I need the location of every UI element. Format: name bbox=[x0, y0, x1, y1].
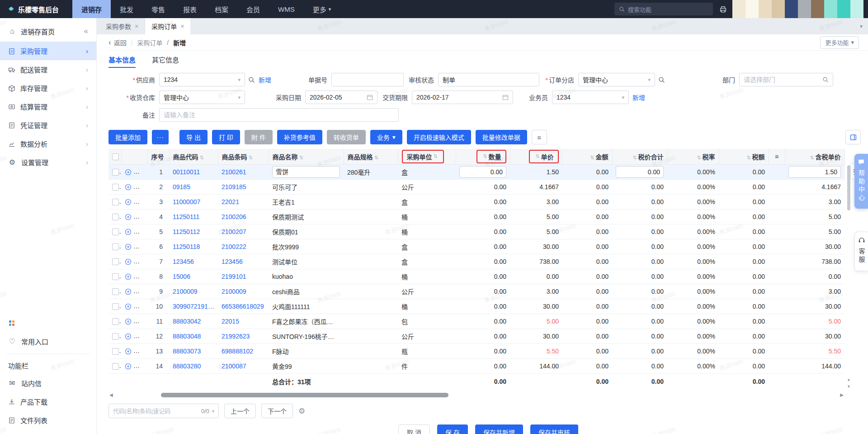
column-panel-button[interactable] bbox=[845, 130, 861, 144]
cell-unit[interactable]: 公斤 bbox=[398, 179, 456, 194]
cell-tax-total[interactable]: 0.00 bbox=[612, 269, 667, 284]
scroll-right-icon[interactable]: ▶ bbox=[840, 392, 844, 398]
sort-icon[interactable]: ⇅ bbox=[697, 155, 701, 160]
topmenu-item-baobiao[interactable]: 报表 bbox=[174, 0, 206, 18]
col-tax-rate[interactable]: ⇅税率 bbox=[667, 149, 719, 164]
sidebar-item-favorites[interactable]: ♡ 常用入口 bbox=[0, 332, 96, 351]
cell-tax-total[interactable]: 0.00 bbox=[612, 179, 667, 194]
customer-service-button[interactable]: 客服 bbox=[854, 232, 868, 271]
cell-price-with-tax[interactable]: 30.00 bbox=[785, 239, 844, 254]
sort-icon[interactable]: ⇅ bbox=[374, 155, 378, 160]
cell-price[interactable]: 5.00 bbox=[510, 209, 562, 224]
row-checkbox[interactable] bbox=[112, 303, 119, 310]
sidebar-item-app-market[interactable] bbox=[0, 314, 96, 332]
delete-row-icon[interactable] bbox=[137, 318, 144, 325]
cell-barcode[interactable]: 22021 bbox=[218, 194, 269, 209]
delete-row-icon[interactable] bbox=[137, 333, 144, 340]
add-row-icon[interactable] bbox=[125, 229, 132, 235]
cell-unit[interactable]: 桶 bbox=[398, 299, 456, 314]
cell-barcode[interactable]: 665386618029 bbox=[218, 299, 269, 314]
cell-price[interactable]: 0.00 bbox=[510, 269, 562, 284]
cell-product-name[interactable]: 黄金99 bbox=[269, 358, 344, 373]
table-row[interactable]: 9 2100009 2100009 ceshi商品 公斤 0.00 3.00 0… bbox=[108, 284, 844, 299]
cell-barcode[interactable]: 2100207 bbox=[218, 224, 269, 239]
col-unit[interactable]: 采购单位⇅ bbox=[398, 149, 456, 164]
help-center-button[interactable]: 帮助中心 bbox=[854, 154, 868, 209]
delete-row-icon[interactable] bbox=[137, 169, 144, 176]
cancel-button[interactable]: 取 消 bbox=[398, 424, 430, 434]
delete-row-icon[interactable] bbox=[137, 288, 144, 295]
cell-qty[interactable]: 0.00 bbox=[456, 239, 510, 254]
delete-row-icon[interactable] bbox=[137, 199, 144, 205]
sidebar-item-purchase[interactable]: 采购管理 › bbox=[0, 42, 96, 60]
cell-product-name[interactable]: 雪饼 bbox=[269, 164, 344, 179]
sidebar-item-analytics[interactable]: 数据分析 › bbox=[0, 134, 96, 153]
cell-product-name[interactable]: 批次9999 bbox=[269, 239, 344, 254]
sidebar-item-downloads[interactable]: 产品下载 bbox=[0, 392, 96, 411]
supplier-search-icon[interactable] bbox=[248, 76, 255, 83]
sort-icon[interactable]: ⇅ bbox=[249, 155, 253, 160]
cell-price-with-tax[interactable]: 1.50 bbox=[785, 164, 844, 179]
cell-barcode[interactable]: 698888102 bbox=[218, 343, 269, 358]
add-row-icon[interactable] bbox=[125, 243, 132, 250]
tabbar-chevron-down-icon[interactable]: ▾ bbox=[860, 23, 863, 29]
cell-qty[interactable]: 0.00 bbox=[456, 254, 510, 269]
col-tax-total[interactable]: ⇅税价合计 bbox=[612, 149, 667, 164]
cell-tax-total[interactable]: 0.00 bbox=[612, 343, 667, 358]
sort-icon[interactable]: ⇅ bbox=[483, 153, 487, 159]
delete-row-icon[interactable] bbox=[137, 348, 144, 355]
sidebar-item-delivery[interactable]: 配送管理 › bbox=[0, 60, 96, 79]
table-row[interactable]: 8 15006 2199101 kuohao 桶 0.00 0.00 0.00 … bbox=[108, 269, 844, 284]
cell-unit[interactable]: 瓶 bbox=[398, 343, 456, 358]
theme-swatch[interactable] bbox=[850, 0, 863, 18]
tab-other-info[interactable]: 其它信息 bbox=[152, 51, 179, 68]
back-button[interactable]: ‹ 返回 bbox=[108, 38, 127, 47]
add-row-icon[interactable] bbox=[125, 258, 132, 265]
department-search-icon[interactable] bbox=[822, 76, 829, 83]
sort-icon[interactable]: ⇅ bbox=[535, 153, 539, 159]
cell-price[interactable]: 5.00 bbox=[510, 224, 562, 239]
row-checkbox[interactable] bbox=[112, 348, 119, 355]
delete-row-icon[interactable] bbox=[137, 243, 144, 250]
batch-add-button[interactable]: 批量添加 bbox=[108, 130, 147, 144]
cell-barcode[interactable]: 2100261 bbox=[218, 164, 269, 179]
cell-price-with-tax[interactable]: 3.00 bbox=[785, 194, 844, 209]
quick-search-input[interactable] bbox=[113, 408, 198, 415]
cell-unit[interactable]: 包 bbox=[398, 314, 456, 329]
cell-product-name[interactable]: F脉动 bbox=[269, 343, 344, 358]
add-row-icon[interactable] bbox=[125, 348, 132, 355]
receive-warehouse-select[interactable]: 管理中心 ▾ bbox=[159, 91, 245, 104]
cell-unit[interactable]: 桶 bbox=[398, 224, 456, 239]
table-row[interactable]: 6 11250118 2100222 批次9999 盒 0.00 30.00 0… bbox=[108, 239, 844, 254]
vertical-scrollbar-thumb[interactable] bbox=[847, 165, 850, 210]
cell-product-code[interactable]: 11250111 bbox=[169, 209, 218, 224]
export-button[interactable]: 导 出 bbox=[179, 130, 208, 144]
add-row-icon[interactable] bbox=[125, 184, 132, 191]
row-checkbox[interactable] bbox=[112, 258, 119, 265]
cell-price[interactable]: 3.00 bbox=[510, 194, 562, 209]
collapse-sidebar-icon[interactable]: « bbox=[84, 27, 88, 36]
sidebar-item-files[interactable]: 文件列表 bbox=[0, 411, 96, 429]
cell-qty[interactable]: 0.00 bbox=[456, 329, 510, 343]
cell-barcode[interactable]: 2100222 bbox=[218, 239, 269, 254]
scroll-down-icon[interactable]: ▼ bbox=[846, 384, 851, 389]
table-row[interactable]: 2 09185 2109185 可乐可了 公斤 0.00 4.1667 0.00… bbox=[108, 179, 844, 194]
table-row[interactable]: 5 11250112 2100207 保质期01 桶 0.00 5.00 0.0… bbox=[108, 224, 844, 239]
cell-barcode[interactable]: 2100087 bbox=[218, 358, 269, 373]
cell-price[interactable]: 30.00 bbox=[510, 299, 562, 314]
col-seq[interactable]: 序号 bbox=[147, 149, 169, 164]
row-checkbox[interactable] bbox=[112, 363, 119, 370]
topmenu-item-wms[interactable]: WMS bbox=[269, 0, 304, 18]
cell-product-code[interactable]: 09185 bbox=[169, 179, 218, 194]
cell-tax-total[interactable]: 0.00 bbox=[612, 299, 667, 314]
cell-product-name[interactable]: 保质期测试 bbox=[269, 209, 344, 224]
add-row-icon[interactable] bbox=[125, 363, 132, 370]
cell-unit[interactable]: 公斤 bbox=[398, 284, 456, 299]
horizontal-scrollbar-thumb[interactable] bbox=[161, 393, 448, 397]
theme-swatch[interactable] bbox=[759, 0, 772, 18]
sort-icon[interactable]: ⇅ bbox=[200, 155, 204, 160]
delete-row-icon[interactable] bbox=[137, 214, 144, 220]
tab-basic-info[interactable]: 基本信息 bbox=[108, 51, 136, 68]
row-checkbox[interactable] bbox=[112, 318, 119, 325]
cell-qty[interactable]: 0.00 bbox=[456, 224, 510, 239]
